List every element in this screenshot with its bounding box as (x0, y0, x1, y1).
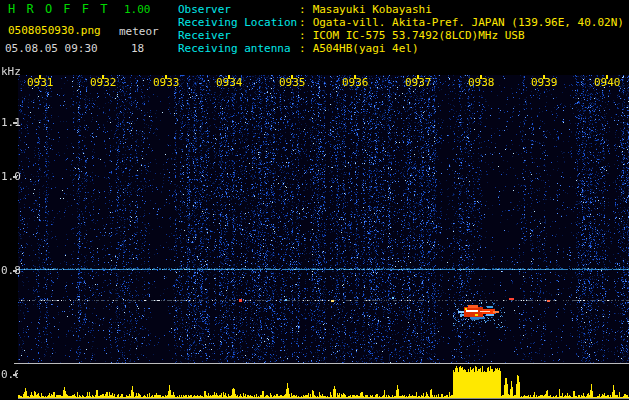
freq-tick-label: 1.0 (1, 171, 21, 183)
header-value: Masayuki Kobayashi (313, 4, 432, 16)
freq-tick (13, 270, 17, 272)
header-value: ICOM IC-575 53.7492(8LCD)MHz USB (313, 30, 525, 42)
freq-tick-label: 1.1 (1, 117, 21, 129)
hrofft-screen: H R O F F T 1.00 0508050930.png meteor 0… (0, 0, 629, 400)
datetime: 05.08.05 09:30 (5, 43, 98, 55)
header-label: Receiver (178, 30, 299, 42)
filename: 0508050930.png (8, 25, 101, 37)
time-tick-label: 0938 (468, 77, 495, 89)
freq-tick (13, 374, 17, 376)
time-tick-label: 0934 (216, 77, 243, 89)
spectrogram-canvas (18, 75, 629, 363)
app-version: 1.00 (124, 4, 151, 16)
freq-tick-label: 0.8 (1, 265, 21, 277)
header-separator: : (299, 17, 306, 29)
header-row-observer: Observer : Masayuki Kobayashi (178, 4, 432, 16)
mode-label: meteor (119, 26, 159, 38)
time-tick-label: 0939 (531, 77, 558, 89)
time-tick-label: 0933 (153, 77, 180, 89)
time-tick-label: 0936 (342, 77, 369, 89)
header-row-location: Receiving Location : Ogata-vill. Akita-P… (178, 17, 624, 29)
time-tick-label: 0932 (90, 77, 117, 89)
header-separator: : (299, 30, 306, 42)
header-row-receiver: Receiver : ICOM IC-575 53.7492(8LCD)MHz … (178, 30, 525, 42)
time-tick-label: 0935 (279, 77, 306, 89)
header-value: A504HB(yagi 4el) (313, 43, 419, 55)
header-label: Receiving Location (178, 17, 299, 29)
freq-tick (13, 122, 17, 124)
meteor-count: 18 (131, 43, 144, 55)
amplitude-canvas (18, 364, 629, 400)
header-separator: : (299, 4, 306, 16)
y-axis-unit: kHz (1, 66, 21, 78)
header-row-antenna: Receiving antenna : A504HB(yagi 4el) (178, 43, 419, 55)
freq-tick (13, 176, 17, 178)
header-label: Observer (178, 4, 299, 16)
time-tick-label: 0940 (594, 77, 621, 89)
header-separator: : (299, 43, 306, 55)
time-tick-label: 0931 (27, 77, 54, 89)
header-value: Ogata-vill. Akita-Pref. JAPAN (139.96E, … (313, 17, 624, 29)
header-label: Receiving antenna (178, 43, 299, 55)
app-title: H R O F F T (8, 3, 109, 15)
time-tick-label: 0937 (405, 77, 432, 89)
